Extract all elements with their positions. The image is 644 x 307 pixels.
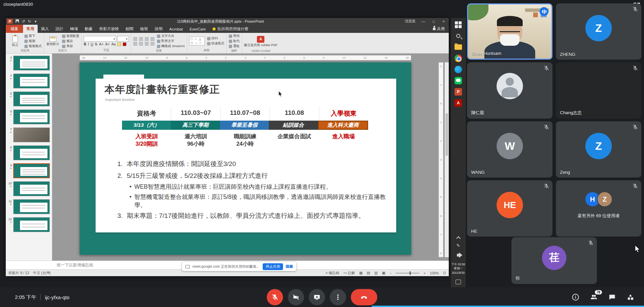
- copy-button[interactable]: 複製: [24, 39, 42, 43]
- indent-icon[interactable]: [145, 37, 149, 41]
- underline-button[interactable]: U: [91, 42, 94, 46]
- slide-thumbnail[interactable]: 8★: [6, 145, 50, 160]
- slide-thumbnail[interactable]: 12★: [6, 217, 50, 232]
- search-icon[interactable]: [454, 32, 462, 40]
- camera-toggle-button[interactable]: [288, 289, 304, 305]
- stop-sharing-button[interactable]: 停止共用: [263, 263, 283, 270]
- italic-button[interactable]: I: [88, 42, 89, 46]
- slide-thumbnail[interactable]: 10★: [6, 181, 50, 196]
- find-button[interactable]: 尋找: [229, 34, 240, 38]
- participant-tile-wang[interactable]: W WANG: [467, 121, 552, 178]
- tellme-box[interactable]: 告訴我您想做什麼: [213, 25, 248, 33]
- tab-help[interactable]: 說明: [152, 25, 166, 33]
- qat-dropdown-icon[interactable]: ▾: [33, 19, 39, 24]
- slide-canvas[interactable]: 本年度計畫執行重要修正 Important timeline 資格考 110.0…: [80, 62, 411, 255]
- participant-tile-you[interactable]: 荏 你: [511, 237, 597, 284]
- shapes-gallery[interactable]: □○△ ◇→☆: [189, 37, 205, 45]
- fit-to-window-icon[interactable]: ⊡: [443, 271, 446, 275]
- windows-ink-icon[interactable]: ✎: [457, 243, 460, 248]
- line-spacing-icon[interactable]: [150, 37, 155, 41]
- close-button[interactable]: ×: [439, 18, 449, 25]
- zoom-level[interactable]: 109%: [430, 271, 439, 275]
- participant-tile-zheng[interactable]: Z ZHENG: [556, 3, 641, 60]
- strikethrough-button[interactable]: S: [95, 42, 97, 46]
- tab-home[interactable]: 常用: [23, 25, 38, 33]
- comments-toggle[interactable]: ▭ 註解: [343, 271, 355, 275]
- paste-button[interactable]: 貼上: [8, 36, 22, 46]
- create-pdf-button[interactable]: A建立並共用 Adobe PDF: [244, 36, 278, 47]
- zoom-out-button[interactable]: −: [389, 271, 391, 275]
- end-call-button[interactable]: [351, 289, 377, 305]
- notes-toggle[interactable]: ≡ 備忘稿: [325, 271, 339, 275]
- cut-button[interactable]: 剪下: [24, 34, 42, 38]
- restore-button[interactable]: □: [428, 18, 439, 25]
- save-icon[interactable]: [14, 19, 20, 23]
- align-text-button[interactable]: 對齊文字: [157, 39, 185, 43]
- slide-thumbnail[interactable]: 5★: [6, 91, 50, 106]
- shrink-font-button[interactable]: A˅: [105, 42, 109, 46]
- quick-styles-button[interactable]: 快速樣式: [207, 41, 224, 46]
- align-right-icon[interactable]: [145, 42, 149, 45]
- show-hidden-icons-chevron[interactable]: [456, 236, 461, 241]
- reset-button[interactable]: 重設: [62, 39, 79, 43]
- vertical-scrollbar[interactable]: [445, 62, 449, 257]
- notification-center-icon[interactable]: [454, 278, 462, 286]
- participant-tile-chang[interactable]: Chang志忠: [556, 62, 641, 119]
- taskbar-clock[interactable]: 下午 02:06 星期一 2021/8/30: [451, 262, 465, 275]
- select-button[interactable]: 選取: [229, 44, 240, 48]
- file-explorer-icon[interactable]: [454, 43, 462, 51]
- numbering-icon[interactable]: [139, 37, 143, 41]
- tab-file[interactable]: 檔案: [6, 25, 23, 33]
- participants-icon[interactable]: 78: [590, 293, 598, 301]
- slide-thumbnail[interactable]: 3★: [6, 56, 50, 70]
- tab-view[interactable]: 檢視: [137, 25, 152, 33]
- slide-number-indicator[interactable]: 投影片 9 / 13: [8, 271, 29, 275]
- tab-design[interactable]: 設計: [52, 25, 67, 33]
- chrome-icon[interactable]: [454, 54, 462, 62]
- align-left-icon[interactable]: [133, 42, 137, 45]
- section-button[interactable]: 章節: [62, 44, 79, 48]
- zoom-in-button[interactable]: +: [423, 271, 425, 275]
- format-painter-button[interactable]: 複製格式: [24, 44, 42, 48]
- meeting-details-icon[interactable]: i: [571, 293, 580, 301]
- grow-font-button[interactable]: A˄: [99, 42, 103, 46]
- mic-toggle-button[interactable]: [267, 289, 283, 305]
- activities-icon[interactable]: [626, 293, 635, 301]
- participant-tile-overflow[interactable]: H Z 還有另外 69 位使用者: [556, 180, 641, 237]
- present-button[interactable]: [309, 289, 325, 305]
- bold-button[interactable]: B: [84, 42, 86, 46]
- redo-icon[interactable]: ↻: [26, 19, 33, 24]
- align-center-icon[interactable]: [139, 42, 143, 45]
- replace-button[interactable]: 取代: [229, 39, 240, 43]
- tab-animations[interactable]: 動畫: [81, 25, 96, 33]
- text-direction-button[interactable]: 文字方向: [157, 34, 185, 38]
- edge-icon[interactable]: [454, 65, 462, 74]
- font-color-button[interactable]: [123, 42, 126, 46]
- slide-thumbnail[interactable]: 6★: [6, 109, 50, 124]
- undo-icon[interactable]: ↺: [20, 19, 26, 24]
- share-button[interactable]: 共用: [429, 25, 449, 33]
- slide-sorter-view-icon[interactable]: ▤: [367, 271, 370, 275]
- more-options-button[interactable]: [330, 289, 346, 305]
- tab-acrobat[interactable]: Acrobat: [166, 25, 186, 33]
- font-name-select[interactable]: ▾: [84, 36, 116, 42]
- tab-review[interactable]: 校閱: [122, 25, 137, 33]
- participant-tile-shen[interactable]: Shen Huntsam: [467, 3, 552, 60]
- volume-icon[interactable]: [454, 251, 462, 259]
- tab-insert[interactable]: 插入: [38, 25, 52, 33]
- tab-transitions[interactable]: 轉場: [67, 25, 81, 33]
- minimize-button[interactable]: —: [418, 18, 428, 25]
- slide-thumbnail[interactable]: 4★: [6, 74, 50, 88]
- new-slide-button[interactable]: 新投影片: [46, 36, 60, 46]
- tab-slideshow[interactable]: 投影片放映: [96, 25, 122, 33]
- tab-evercam[interactable]: EverCam: [186, 25, 209, 33]
- account-name[interactable]: 沈宏昌: [405, 19, 416, 24]
- justify-icon[interactable]: [150, 42, 155, 45]
- arrange-button[interactable]: 排列: [207, 36, 224, 41]
- slideshow-view-icon[interactable]: ▣: [382, 271, 385, 275]
- slide-thumbnail-selected[interactable]: 9★: [6, 163, 50, 178]
- font-size-select[interactable]: ▾: [117, 36, 129, 42]
- bullets-icon[interactable]: [133, 37, 137, 41]
- slide-thumbnail[interactable]: 11★: [6, 199, 50, 214]
- participant-tile-chen[interactable]: 陳仁龍: [467, 62, 552, 119]
